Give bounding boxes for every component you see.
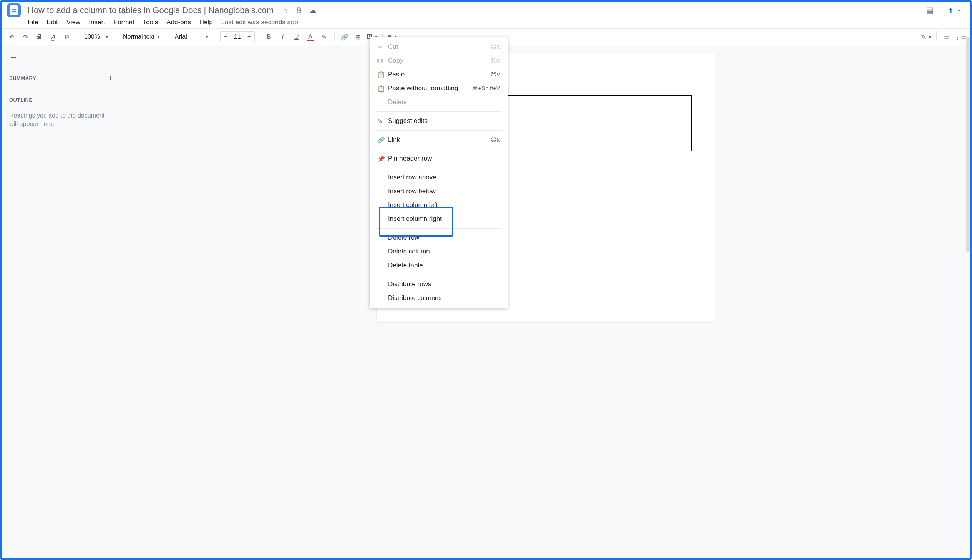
ctx-shortcut: ⌘V [490,71,500,78]
ctx-label: Distribute rows [388,280,431,288]
spellcheck-button[interactable]: A̲ [47,31,59,43]
ctx-shortcut: ⌘C [490,57,500,64]
zoom-select[interactable]: 100%▼ [81,33,112,40]
ctx-label: Insert column right [388,215,442,223]
ctx-insert-column-right[interactable]: Insert column right [370,212,508,226]
last-edit-link[interactable]: Last edit was seconds ago [221,18,298,26]
link-icon: 🔗 [377,137,388,143]
bold-button[interactable]: B [263,31,275,43]
undo-button[interactable]: ↶ [5,31,18,43]
docs-logo[interactable] [7,3,21,17]
menu-file[interactable]: File [28,18,38,26]
font-size-increase[interactable]: + [244,33,254,40]
ctx-label: Insert column left [388,201,438,209]
ctx-label: Delete table [388,262,423,269]
divider [9,90,113,90]
divider [376,228,502,228]
zoom-value: 100% [84,33,100,40]
font-size-input[interactable]: 11 [230,32,244,42]
text-color-button[interactable]: A [304,31,317,43]
ctx-label: Delete [388,98,407,106]
outline-heading: OUTLINE [9,97,113,103]
menu-addons[interactable]: Add-ons [166,18,190,26]
clipboard-icon: 📋 [377,71,388,78]
move-icon[interactable]: ⎘ [297,6,301,15]
suggest-icon: ✎ [377,118,388,125]
ctx-link[interactable]: 🔗Link⌘K [370,133,508,147]
scissors-icon: ✂ [377,43,388,51]
cloud-status-icon[interactable]: ☁ [309,6,316,15]
ctx-suggest-edits[interactable]: ✎Suggest edits [370,114,508,128]
text-cursor [602,99,602,107]
summary-heading: SUMMARY [9,75,36,81]
ctx-label: Paste [388,71,405,78]
italic-button[interactable]: I [277,31,289,43]
insert-link-button[interactable]: 🔗 [338,31,351,43]
ctx-label: Suggest edits [388,117,428,125]
paint-format-button[interactable]: ⚐ [61,31,73,43]
font-size-control: − 11 + [220,32,255,42]
ctx-paste[interactable]: 📋Paste⌘V [370,68,508,82]
star-icon[interactable]: ☆ [282,6,288,15]
menu-format[interactable]: Format [114,18,135,26]
style-value: Normal text [123,33,155,40]
ctx-label: Cut [388,43,398,51]
ctx-insert-row-above[interactable]: Insert row above [370,170,508,184]
ctx-paste-no-format[interactable]: 📋Paste without formatting⌘+Shift+V [370,82,508,95]
ctx-delete-row[interactable]: Delete row [370,231,508,245]
ctx-label: Insert row below [388,187,436,195]
ctx-delete[interactable]: Delete [370,95,508,109]
menu-edit[interactable]: Edit [47,18,58,26]
menu-tools[interactable]: Tools [143,18,158,26]
collapse-outline-button[interactable]: ← [9,52,113,62]
menu-view[interactable]: View [67,18,81,26]
divider [376,130,502,131]
divider [376,112,502,112]
ctx-label: Pin header row [388,155,432,162]
ctx-delete-table[interactable]: Delete table [370,258,508,272]
side-panel-button[interactable]: ⋮☰ [954,31,967,43]
ctx-shortcut: ⌘X [490,43,500,50]
menu-help[interactable]: Help [199,18,213,26]
document-title[interactable]: How to add a column to tables in Google … [28,5,273,15]
add-summary-button[interactable]: + [108,73,113,83]
outline-empty-text: Headings you add to the document will ap… [9,112,113,129]
chevron-down-icon: ▼ [157,35,161,39]
ctx-insert-row-below[interactable]: Insert row below [370,184,508,198]
paragraph-style-select[interactable]: Normal text▼ [120,33,163,40]
print-button[interactable]: 🖶 [33,31,45,43]
ctx-delete-column[interactable]: Delete column [370,245,508,258]
ctx-label: Delete column [388,248,430,255]
share-button[interactable]: ⬆ ▼ [944,5,965,16]
menu-insert[interactable]: Insert [89,18,105,26]
ctx-cut[interactable]: ✂Cut⌘X [370,40,508,54]
comments-button[interactable]: ▤ [926,5,934,15]
divider [376,149,502,149]
editing-mode-button[interactable]: ✎▼ [920,31,932,43]
ctx-pin-header-row[interactable]: 📌Pin header row [370,152,508,165]
hide-menus-button[interactable]: ☰ [940,31,953,43]
divider [376,275,502,275]
ctx-shortcut: ⌘+Shift+V [472,85,500,92]
redo-button[interactable]: ↷ [19,31,32,43]
ctx-label: Insert row above [388,173,437,181]
chevron-down-icon: ▼ [205,35,209,39]
ctx-distribute-columns[interactable]: Distribute columns [370,291,508,305]
highlight-button[interactable]: ✎ [318,31,330,43]
clipboard-plain-icon: 📋 [377,85,388,92]
pin-icon: 📌 [377,155,388,162]
divider [376,168,502,168]
ctx-distribute-rows[interactable]: Distribute rows [370,277,508,291]
font-value: Arial [175,33,187,40]
chevron-down-icon: ▼ [105,35,109,39]
ctx-copy[interactable]: ⿻Copy⌘C [370,54,508,68]
font-select[interactable]: Arial▼ [172,33,212,40]
underline-button[interactable]: U [290,31,303,43]
font-size-decrease[interactable]: − [220,33,230,40]
ctx-shortcut: ⌘K [490,137,500,143]
add-comment-button[interactable]: ⊞ [352,31,365,43]
scrollbar-thumb[interactable] [966,37,970,252]
chevron-down-icon: ▼ [957,8,961,13]
ctx-insert-column-left[interactable]: Insert column left [370,198,508,212]
copy-icon: ⿻ [377,57,388,64]
